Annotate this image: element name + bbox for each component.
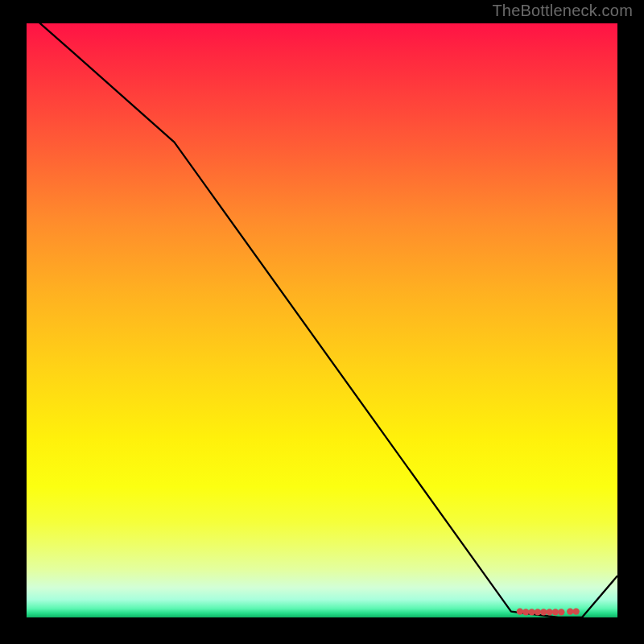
- chart-svg: [27, 23, 617, 617]
- marker-group: [517, 608, 580, 615]
- marker-point: [546, 609, 552, 615]
- marker-point: [567, 608, 573, 614]
- plot-area: [27, 23, 617, 617]
- marker-point: [522, 609, 529, 615]
- chart-container: TheBottleneck.com: [0, 0, 644, 644]
- marker-point: [517, 608, 523, 614]
- attribution-text: TheBottleneck.com: [492, 2, 633, 20]
- marker-point: [558, 609, 564, 615]
- marker-point: [540, 609, 547, 615]
- marker-point: [572, 608, 579, 614]
- marker-point: [535, 609, 541, 615]
- marker-point: [552, 609, 559, 615]
- marker-point: [528, 609, 535, 615]
- data-curve: [27, 23, 617, 617]
